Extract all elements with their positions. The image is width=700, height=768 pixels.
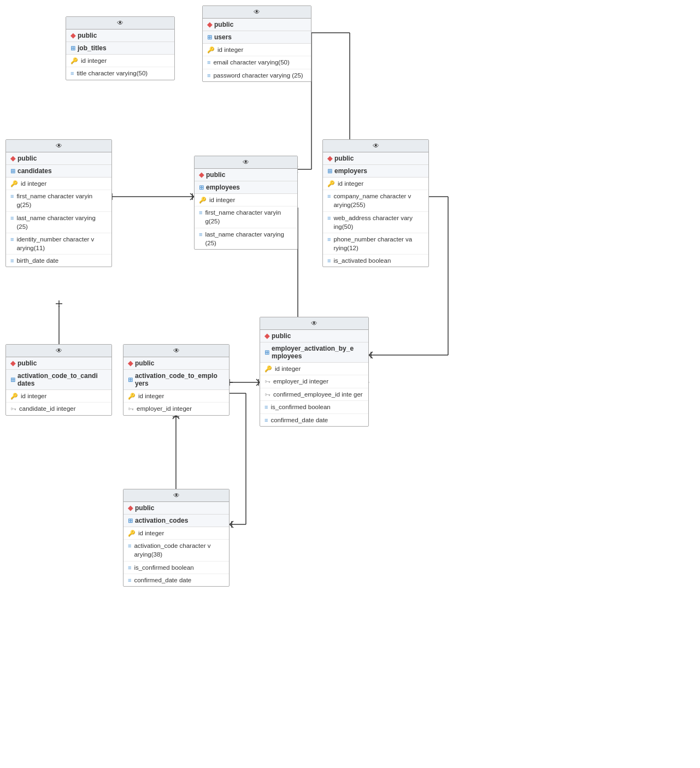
svg-line-39 [176,415,179,419]
schema-label: public [78,32,97,39]
field-text: id integer [81,56,107,65]
key-icon: 🔑 [128,529,136,537]
eye-icon: 👁 [173,347,180,355]
field-row: 🗝 employer_id integer [123,403,229,415]
field-icon: ≡ [199,209,202,217]
table-header-employers: 👁 [323,140,428,152]
schema-job-titles: ◆ public [66,29,174,42]
field-text: id integer [21,179,46,188]
field-icon: ≡ [327,235,331,244]
eye-icon: 👁 [311,320,317,327]
field-text: id integer [209,196,235,204]
key-icon: 🔑 [199,196,207,204]
schema-employers: ◆ public [323,152,428,165]
field-text: birth_date date [16,256,58,265]
schema-act-employers: ◆ public [123,357,229,370]
field-row: ≡ last_name character varying (25) [195,228,297,249]
table-activation-code-to-candidates[interactable]: 👁 ◆ public ⊞ activation_code_to_candi da… [5,344,112,416]
table-employers[interactable]: 👁 ◆ public ⊞ employers 🔑 id integer ≡ co… [322,139,429,267]
table-candidates[interactable]: 👁 ◆ public ⊞ candidates 🔑 id integer ≡ f… [5,139,112,267]
field-row: ≡ first_name character varyin g(25) [6,190,111,211]
tablename-emp-act-emp: ⊞ employer_activation_by_e mployees [260,342,368,363]
field-row: 🔑 id integer [195,194,297,206]
diagram-canvas: 👁 ◆ public ⊞ job_titles 🔑 id integer ≡ t… [0,0,700,768]
field-row: ≡ title character varying(50) [66,67,174,79]
field-icon: ≡ [128,564,131,572]
eye-icon: 👁 [56,142,62,150]
field-row: ≡ identity_number character v arying(11) [6,233,111,255]
field-icon: ≡ [128,576,131,584]
table-header-employees: 👁 [195,156,297,169]
field-text: last_name character varying (25) [16,214,107,231]
field-icon: ≡ [264,403,268,411]
table-name-label: candidates [17,167,52,175]
table-name-label: employees [206,184,240,191]
field-text: email character varying(50) [213,58,289,67]
field-row: ≡ activation_code character v arying(38) [123,540,229,561]
table-job-titles[interactable]: 👁 ◆ public ⊞ job_titles 🔑 id integer ≡ t… [66,16,175,80]
table-activation-codes[interactable]: 👁 ◆ public ⊞ activation_codes 🔑 id integ… [123,489,230,587]
grid-icon: ⊞ [10,376,15,383]
field-text: phone_number character va rying(12) [333,235,424,252]
svg-line-12 [190,197,194,200]
schema-label: public [334,155,354,162]
table-employer-activation-by-employees[interactable]: 👁 ◆ public ⊞ employer_activation_by_e mp… [260,317,369,427]
field-text: web_address character vary ing(50) [333,214,424,231]
field-text: id integer [138,392,164,400]
field-row: ≡ password character varying (25) [203,69,311,81]
diamond-icon: ◆ [10,155,15,162]
field-text: employer_id integer [137,404,192,413]
table-header-act-codes: 👁 [123,489,229,502]
grid-icon: ⊞ [207,34,212,41]
field-row: 🔑 id integer [6,390,111,403]
field-text: confirmed_date date [134,576,191,584]
field-text: last_name character varying (25) [205,230,293,247]
key-icon: 🔑 [10,180,18,188]
table-users[interactable]: 👁 ◆ public ⊞ users 🔑 id integer ≡ email … [202,5,311,82]
field-row: 🔑 id integer [123,390,229,403]
key-icon: 🔑 [10,392,18,400]
field-row: 🔑 id integer [260,363,368,375]
field-row: 🔑 id integer [323,178,428,190]
key-icon: 🔑 [207,46,215,54]
schema-candidates: ◆ public [6,152,111,165]
tablename-candidates: ⊞ candidates [6,165,111,178]
eye-icon: 👁 [373,142,379,150]
schema-label: public [135,504,154,512]
table-name-label: users [214,33,232,41]
field-text: identity_number character v arying(11) [16,235,107,252]
field-icon: ≡ [207,72,210,80]
field-row: ≡ phone_number character va rying(12) [323,233,428,255]
eye-icon: 👁 [254,8,260,16]
field-icon: ≡ [10,235,14,244]
tablename-act-codes: ⊞ activation_codes [123,515,229,527]
svg-line-19 [369,355,373,358]
diamond-icon: ◆ [327,155,332,162]
diamond-icon: ◆ [264,332,269,340]
field-row: ≡ confirmed_date date [123,574,229,586]
svg-line-18 [369,352,373,355]
field-row: ≡ birth_date date [6,255,111,267]
schema-label: public [272,332,291,340]
diamond-icon: ◆ [128,504,133,512]
table-header-act-employers: 👁 [123,345,229,357]
field-text: title character varying(50) [77,69,148,78]
table-name-label: employer_activation_by_e mployees [272,345,364,360]
field-text: first_name character varyin g(25) [16,192,107,209]
field-icon: ≡ [10,257,14,265]
tablename-employees: ⊞ employees [195,181,297,194]
table-header-users: 👁 [203,6,311,19]
table-activation-code-to-employers[interactable]: 👁 ◆ public ⊞ activation_code_to_emplo ye… [123,344,230,416]
svg-line-44 [230,521,233,524]
tablename-employers: ⊞ employers [323,165,428,178]
key-icon: 🔑 [128,392,136,400]
field-row: 🔑 id integer [203,44,311,56]
table-employees[interactable]: 👁 ◆ public ⊞ employees 🔑 id integer ≡ fi… [194,156,298,250]
table-name-label: activation_codes [135,517,188,524]
schema-label: public [17,359,37,367]
field-icon: ≡ [327,257,331,265]
diamond-icon: ◆ [70,32,75,39]
grid-icon: ⊞ [10,168,15,175]
schema-label: public [135,359,154,367]
eye-icon: 👁 [173,492,180,499]
